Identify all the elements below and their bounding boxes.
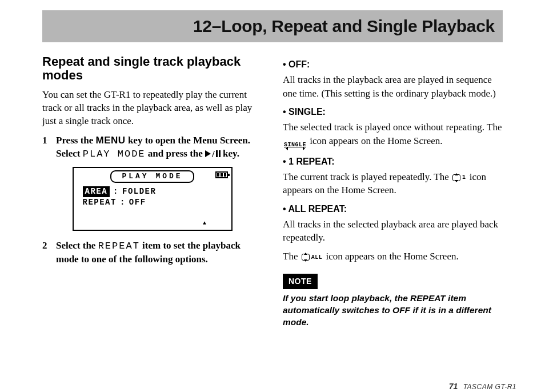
lcd-area-value: FOLDER — [122, 186, 156, 197]
note-label: NOTE — [283, 274, 318, 289]
product-model: TASCAM GT-R1 — [463, 383, 516, 391]
step-body: Select the REPEAT item to set the playba… — [56, 239, 262, 266]
one-repeat-heading: • 1 REPEAT: — [283, 155, 503, 168]
play-mode-mono: PLAY MODE — [83, 149, 146, 159]
step-2: 2 Select the REPEAT item to set the play… — [42, 239, 262, 266]
single-heading: • SINGLE: — [283, 106, 503, 118]
lcd-repeat-label: REPEAT — [83, 197, 117, 208]
off-body: All tracks in the playback area are play… — [283, 73, 503, 100]
step-body: Press the MENU key to open the Menu Scre… — [56, 134, 262, 161]
lcd-title: PLAY MODE — [110, 170, 194, 183]
chapter-title: 12–Loop, Repeat and Single Playback — [193, 17, 495, 36]
off-heading: • OFF: — [283, 58, 503, 71]
single-body: The selected track is played once withou… — [283, 121, 503, 149]
intro-paragraph: You can set the GT-R1 to repeatedly play… — [42, 88, 262, 128]
left-column: Repeat and single track playback modes Y… — [42, 55, 262, 334]
pause-icon — [216, 150, 221, 157]
all-repeat-heading: • ALL REPEAT: — [283, 203, 503, 215]
note-text: If you start loop playback, the REPEAT i… — [283, 293, 503, 329]
all-repeat-body-2: The ALL icon appears on the Home Screen. — [283, 250, 503, 263]
menu-key-label: MENU — [96, 135, 126, 146]
lcd-screenshot-wrap: PLAY MODE AREA : FOLDER REPEAT : OFF ▲ — [42, 167, 262, 231]
battery-icon — [215, 171, 228, 178]
play-icon — [205, 150, 211, 157]
step-number: 2 — [42, 239, 49, 266]
step-number: 1 — [42, 134, 49, 161]
page-number: 71 — [449, 382, 458, 391]
chapter-title-bar: 12–Loop, Repeat and Single Playback — [42, 10, 503, 42]
step-1: 1 Press the MENU key to open the Menu Sc… — [42, 134, 262, 161]
section-heading: Repeat and single track playback modes — [42, 55, 262, 82]
play-pause-icon: / — [205, 147, 221, 161]
content-columns: Repeat and single track playback modes Y… — [21, 55, 524, 334]
single-mode-icon: SINGLE — [283, 143, 307, 150]
lcd-caret-icon: ▲ — [203, 219, 207, 227]
repeat-one-icon: 1 — [451, 174, 467, 182]
right-column: • OFF: All tracks in the playback area a… — [283, 55, 503, 334]
manual-page: 12–Loop, Repeat and Single Playback Repe… — [0, 10, 545, 392]
lcd-row-repeat: REPEAT : OFF — [83, 197, 228, 208]
repeat-all-icon: ALL — [300, 254, 324, 262]
lcd-row-area: AREA : FOLDER — [83, 186, 228, 197]
loop-arrows-icon — [302, 254, 310, 261]
page-footer: 71 TASCAM GT-R1 — [449, 382, 516, 391]
loop-arrows-icon — [452, 174, 460, 181]
all-repeat-body-1: All tracks in the selected playback area… — [283, 218, 503, 245]
lcd-screen: PLAY MODE AREA : FOLDER REPEAT : OFF ▲ — [73, 167, 233, 231]
repeat-mono: REPEAT — [98, 241, 140, 251]
lcd-area-label: AREA — [83, 186, 110, 197]
lcd-repeat-value: OFF — [129, 197, 146, 208]
one-repeat-body: The current track is played repeatedly. … — [283, 170, 503, 197]
step-list-2: 2 Select the REPEAT item to set the play… — [42, 239, 262, 266]
lcd-title-row: PLAY MODE — [77, 170, 228, 183]
step-list: 1 Press the MENU key to open the Menu Sc… — [42, 134, 262, 161]
